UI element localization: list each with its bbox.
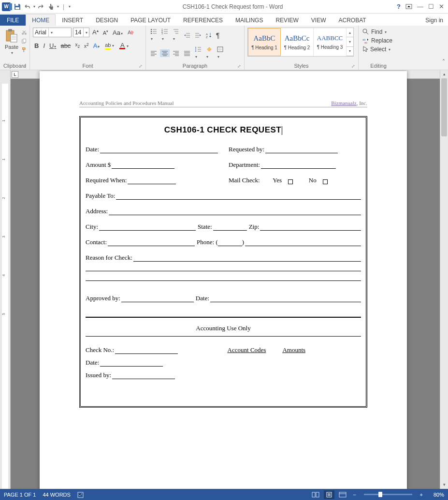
read-mode-icon[interactable] — [310, 490, 321, 499]
vertical-ruler[interactable]: 11 23 45 — [0, 70, 11, 489]
borders-icon[interactable]: ▾ — [216, 45, 225, 60]
align-right-icon[interactable] — [171, 49, 181, 57]
show-hide-icon[interactable]: ¶ — [215, 30, 221, 40]
font-color-icon[interactable]: A▾ — [117, 41, 130, 50]
line-spacing-icon[interactable]: ▾ — [193, 45, 203, 60]
clear-formatting-icon[interactable]: A — [126, 28, 136, 37]
replace-button[interactable]: abacReplace — [361, 36, 395, 45]
word-app-icon[interactable]: W — [2, 2, 11, 11]
touch-mode-icon[interactable] — [47, 3, 55, 11]
zoom-level[interactable]: 80% — [428, 492, 444, 498]
tab-review[interactable]: REVIEW — [269, 14, 304, 26]
maximize-icon[interactable]: ☐ — [428, 3, 434, 10]
status-page[interactable]: PAGE 1 OF 1 — [4, 492, 36, 498]
tab-page-layout[interactable]: PAGE LAYOUT — [124, 14, 177, 26]
align-left-icon[interactable] — [149, 49, 159, 57]
collapse-ribbon-icon[interactable]: ˄ — [442, 59, 445, 65]
bullets-icon[interactable]: ▾ — [149, 28, 159, 43]
decrease-indent-icon[interactable] — [182, 31, 192, 39]
style-heading-2[interactable]: AaBbCc¶ Heading 2 — [281, 28, 314, 56]
cut-icon[interactable] — [20, 29, 28, 36]
tab-acrobat[interactable]: ACROBAT — [332, 14, 372, 26]
ribbon-display-icon[interactable] — [405, 4, 412, 10]
shading-icon[interactable]: ▾ — [204, 45, 214, 60]
underline-button[interactable]: U▾ — [48, 41, 58, 50]
change-case-icon[interactable]: Aa▾ — [111, 28, 124, 37]
text-effects-icon[interactable]: A▾ — [92, 41, 101, 50]
sort-icon[interactable]: AZ — [204, 31, 213, 39]
web-layout-icon[interactable] — [337, 490, 348, 499]
copy-icon[interactable] — [20, 37, 28, 45]
checkbox-yes — [288, 179, 293, 184]
scroll-up-icon[interactable]: ▴ — [440, 70, 448, 78]
redo-icon[interactable] — [37, 3, 45, 11]
label-state: State: — [198, 223, 212, 231]
styles-gallery[interactable]: AaBbC¶ Heading 1 AaBbCc¶ Heading 2 AABBC… — [247, 28, 354, 57]
justify-icon[interactable] — [182, 49, 192, 57]
minimize-icon[interactable]: — — [417, 3, 423, 10]
undo-dropdown[interactable]: ▾ — [33, 4, 35, 9]
gallery-more-icon[interactable]: ▾ — [347, 47, 353, 56]
help-icon[interactable]: ? — [397, 3, 401, 10]
multilevel-list-icon[interactable]: ▾ — [171, 28, 181, 43]
gallery-up-icon[interactable]: ▴ — [347, 28, 353, 37]
gallery-down-icon[interactable]: ▾ — [347, 37, 353, 46]
increase-indent-icon[interactable] — [193, 31, 203, 39]
align-center-icon[interactable] — [160, 49, 170, 57]
bold-button[interactable]: B — [33, 41, 40, 50]
sign-in-link[interactable]: Sign in — [420, 15, 448, 26]
zoom-in-button[interactable]: + — [418, 492, 425, 498]
tab-design[interactable]: DESIGN — [89, 14, 124, 26]
touch-dropdown[interactable]: ▾ — [57, 4, 59, 9]
font-size-combo[interactable]: 14▾ — [73, 28, 89, 37]
style-heading-3[interactable]: AABBCC¶ Heading 3 — [314, 28, 347, 56]
tab-references[interactable]: REFERENCES — [177, 14, 229, 26]
tab-selector-icon[interactable]: L — [12, 71, 18, 78]
zoom-out-button[interactable]: − — [351, 492, 358, 498]
document-page[interactable]: Accounting Policies and Procedures Manua… — [40, 71, 407, 489]
font-name-combo[interactable]: Arial▾ — [33, 28, 72, 37]
paste-button[interactable]: Paste ▾ — [3, 28, 20, 62]
tab-insert[interactable]: INSERT — [56, 14, 89, 26]
proofing-icon[interactable] — [77, 491, 85, 498]
shrink-font-icon[interactable]: A▾ — [101, 29, 110, 37]
tab-file[interactable]: FILE — [0, 15, 26, 26]
scrollbar-thumb[interactable] — [441, 78, 447, 136]
select-button[interactable]: Select▾ — [361, 45, 395, 54]
label-date: Date: — [86, 146, 99, 153]
clipboard-launcher-icon[interactable]: ⤢ — [23, 64, 27, 69]
label-yes: Yes — [273, 176, 282, 184]
scroll-down-icon[interactable]: ▾ — [440, 481, 448, 489]
vertical-scrollbar[interactable]: ▴ ▾ — [440, 70, 448, 489]
qat-customize-dropdown[interactable]: ▾ — [69, 4, 71, 9]
style-heading-1[interactable]: AaBbC¶ Heading 1 — [248, 28, 281, 56]
undo-icon[interactable] — [23, 3, 31, 11]
tab-home[interactable]: HOME — [26, 14, 56, 26]
window-title: CSH106-1 Check Request form - Word — [72, 3, 393, 10]
label-requested-by: Requested by: — [229, 146, 264, 153]
close-icon[interactable]: ✕ — [439, 3, 444, 10]
highlight-icon[interactable]: ab▾ — [102, 40, 116, 51]
tab-mailings[interactable]: MAILINGS — [229, 14, 269, 26]
subscript-button[interactable]: x2 — [73, 41, 81, 50]
divider-thick — [86, 317, 361, 318]
find-button[interactable]: Find▾ — [361, 28, 395, 36]
numbering-icon[interactable]: 123▾ — [160, 28, 170, 43]
tab-view[interactable]: VIEW — [305, 14, 332, 26]
save-icon[interactable] — [14, 3, 21, 11]
print-layout-icon[interactable] — [324, 490, 334, 499]
strikethrough-button[interactable]: abc — [59, 41, 72, 50]
zoom-slider-thumb[interactable] — [378, 492, 382, 497]
styles-launcher-icon[interactable]: ⤢ — [351, 64, 355, 69]
font-launcher-icon[interactable]: ⤢ — [139, 64, 143, 69]
paragraph-launcher-icon[interactable]: ⤢ — [237, 64, 241, 69]
format-painter-icon[interactable] — [20, 46, 28, 54]
label-amounts: Amounts — [282, 346, 305, 381]
svg-rect-1 — [15, 7, 19, 9]
status-words[interactable]: 44 WORDS — [43, 492, 70, 498]
superscript-button[interactable]: x2 — [83, 41, 90, 50]
label-date3: Date: — [86, 359, 99, 367]
italic-button[interactable]: I — [42, 41, 46, 50]
grow-font-icon[interactable]: A▴ — [91, 28, 100, 37]
zoom-slider[interactable] — [364, 494, 412, 495]
